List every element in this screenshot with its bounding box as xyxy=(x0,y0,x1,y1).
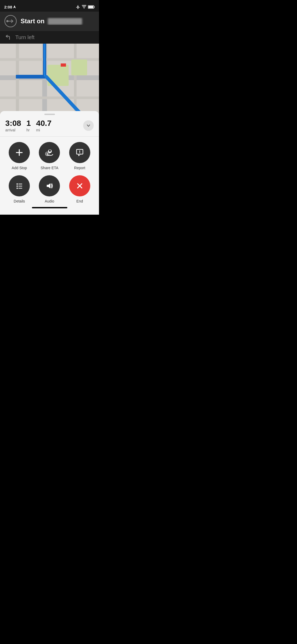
end-item: End xyxy=(65,175,95,203)
distance-value: 40.7 xyxy=(36,119,51,127)
chevron-down-icon xyxy=(86,123,91,128)
audio-icon xyxy=(45,182,54,190)
share-eta-button[interactable] xyxy=(39,142,60,163)
share-eta-icon xyxy=(45,148,54,157)
drag-handle[interactable] xyxy=(44,114,55,115)
battery-icon xyxy=(88,5,95,9)
expand-button[interactable] xyxy=(83,120,94,131)
svg-point-29 xyxy=(17,183,18,185)
svg-point-33 xyxy=(17,188,18,189)
svg-rect-3 xyxy=(88,6,93,8)
svg-rect-9 xyxy=(16,44,19,120)
report-icon xyxy=(76,148,84,157)
share-eta-item: Share ETA xyxy=(34,142,64,170)
next-turn-header: Turn left xyxy=(0,31,99,44)
end-button[interactable] xyxy=(69,175,90,196)
report-item: Report xyxy=(65,142,95,170)
wifi-icon xyxy=(82,5,86,9)
map-area[interactable] xyxy=(0,44,99,120)
duration-label: hr xyxy=(26,128,31,132)
duration-item: 1 hr xyxy=(26,119,31,132)
svg-rect-17 xyxy=(16,75,46,79)
details-item: Details xyxy=(4,175,34,203)
end-label: End xyxy=(76,199,83,203)
report-button[interactable] xyxy=(69,142,90,163)
bottom-sheet: 3:08 arrival 1 hr 40.7 mi xyxy=(0,111,99,215)
instruction-text: Start on xyxy=(21,17,45,25)
airplane-icon xyxy=(76,5,80,9)
audio-item: Audio xyxy=(34,175,64,203)
details-label: Details xyxy=(14,199,25,203)
location-arrow-icon xyxy=(13,5,16,8)
share-eta-label: Share ETA xyxy=(41,166,58,170)
distance-label: mi xyxy=(36,128,51,132)
status-icons xyxy=(76,5,95,9)
audio-label: Audio xyxy=(45,199,54,203)
home-indicator xyxy=(32,207,67,208)
nav-instruction: Start on xyxy=(21,17,95,25)
svg-point-23 xyxy=(49,150,51,152)
status-time: 2:08 xyxy=(4,5,16,9)
arrival-label: arrival xyxy=(5,128,21,132)
duration-value: 1 xyxy=(26,119,31,127)
add-stop-label: Add Stop xyxy=(12,166,27,170)
svg-marker-0 xyxy=(13,5,16,8)
actions-grid: Add Stop Share ETA xyxy=(0,137,99,203)
time-display: 2:08 xyxy=(4,5,12,9)
eta-row: 3:08 arrival 1 hr 40.7 mi xyxy=(0,119,99,137)
svg-rect-12 xyxy=(0,96,99,99)
details-button[interactable] xyxy=(9,175,30,196)
details-icon xyxy=(15,182,23,190)
distance-item: 40.7 mi xyxy=(36,119,51,132)
map-canvas xyxy=(0,44,99,120)
turn-left-icon xyxy=(4,34,12,41)
x-icon xyxy=(76,182,84,190)
arrival-item: 3:08 arrival xyxy=(5,119,21,132)
add-stop-item: Add Stop xyxy=(4,142,34,170)
status-bar: 2:08 xyxy=(0,0,99,12)
next-turn-text: Turn left xyxy=(15,34,35,40)
continue-icon xyxy=(4,15,17,27)
nav-header: Start on xyxy=(0,12,99,31)
svg-rect-15 xyxy=(61,63,66,67)
svg-rect-14 xyxy=(71,59,87,75)
street-name-blurred xyxy=(48,18,82,25)
report-label: Report xyxy=(74,166,85,170)
add-stop-button[interactable] xyxy=(9,142,30,163)
audio-button[interactable] xyxy=(39,175,60,196)
svg-point-31 xyxy=(17,186,18,187)
arrival-time: 3:08 xyxy=(5,119,21,127)
svg-point-28 xyxy=(79,153,80,154)
plus-icon xyxy=(15,148,23,157)
svg-point-1 xyxy=(84,8,84,9)
